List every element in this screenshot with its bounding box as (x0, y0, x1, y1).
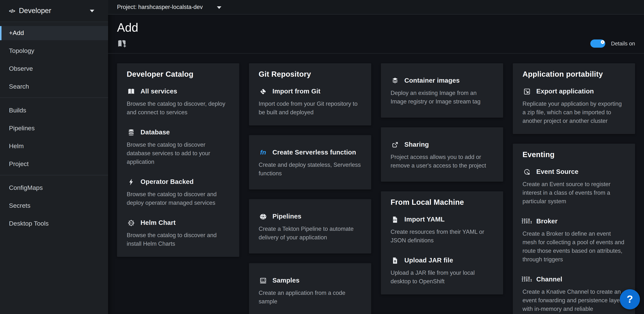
help-button[interactable]: ? (620, 289, 640, 309)
item-label: Export application (536, 87, 594, 95)
add-item-import-yaml[interactable]: Import YAMLCreate resources from their Y… (390, 216, 494, 245)
card-column-3: Container imagesDeploy an existing Image… (381, 63, 503, 295)
item-description: Browse the catalog to discover and insta… (127, 231, 230, 248)
item-label: Samples (272, 277, 300, 285)
perspective-switcher[interactable]: </> Developer (0, 0, 108, 22)
sidebar-item-desktop-tools[interactable]: Desktop Tools (0, 217, 108, 231)
database-icon (127, 129, 136, 136)
add-item-samples[interactable]: SamplesCreate an application from a code… (259, 277, 362, 306)
item-description: Browse the catalog to discover database … (127, 140, 230, 166)
serverless-fn-icon: fn (259, 149, 268, 156)
sidebar-item-topology[interactable]: Topology (0, 44, 108, 58)
details-toggle-group: Details on (590, 39, 635, 48)
item-description: Upload a JAR file from your local deskto… (390, 268, 494, 286)
samples-laptop-icon (259, 277, 268, 284)
card-git-repository: Git RepositoryImport from GitImport code… (249, 63, 371, 125)
add-item-create-serverless-function[interactable]: fnCreate Serverless functionCreate and d… (259, 149, 362, 178)
add-item-all-services[interactable]: All servicesBrowse the catalog to discov… (127, 87, 230, 116)
add-item-export-application[interactable]: Export applicationReplicate your applica… (522, 87, 625, 125)
card-sharing: SharingProject access allows you to add … (381, 127, 503, 182)
sidebar-item-project[interactable]: Project (0, 157, 108, 171)
item-description: Deploy an existing Image from an Image r… (390, 89, 494, 106)
lightning-bolt-icon (127, 178, 136, 186)
card-pipelines: PipelinesCreate a Tekton Pipeline to aut… (249, 199, 371, 254)
card-title: Eventing (522, 150, 625, 159)
item-label: Create Serverless function (272, 149, 356, 156)
card-create-serverless-function: fnCreate Serverless functionCreate and d… (249, 135, 371, 190)
item-label: Database (140, 128, 170, 136)
item-description: Browse the catalog to discover and deplo… (127, 190, 230, 207)
details-toggle-switch[interactable] (590, 39, 605, 48)
app-root: </> Developer +AddTopologyObserveSearchB… (0, 0, 644, 314)
project-selector[interactable]: Project: harshcasper-localsta-dev (117, 4, 222, 10)
item-label: Channel (536, 276, 562, 283)
open-book-icon (127, 88, 136, 95)
card-title: Application portability (522, 70, 625, 78)
sidebar: </> Developer +AddTopologyObserveSearchB… (0, 0, 108, 314)
card-title: Git Repository (259, 70, 362, 78)
add-item-channel[interactable]: IOIOIIOIIChannelCreate a Knative Channel… (522, 276, 625, 313)
item-description: Replicate your application by exporting … (522, 99, 625, 125)
item-label: Pipelines (272, 213, 302, 220)
chevron-down-icon (217, 6, 222, 9)
add-item-broker[interactable]: IOIOIIOIIBrokerCreate a Broker to define… (522, 217, 625, 264)
add-item-operator-backed[interactable]: Operator BackedBrowse the catalog to dis… (127, 178, 230, 207)
card-developer-catalog: Developer CatalogAll servicesBrowse the … (117, 63, 239, 257)
item-label: Import YAML (404, 216, 444, 223)
add-cards-grid: Developer CatalogAll servicesBrowse the … (108, 54, 644, 314)
item-description: Create a Tekton Pipeline to automate del… (259, 225, 362, 242)
main-pane: Project: harshcasper-localsta-dev Add De… (108, 0, 644, 314)
add-item-import-from-git[interactable]: Import from GitImport code from your Git… (259, 87, 362, 116)
sidebar-item-builds[interactable]: Builds (0, 103, 108, 118)
item-description: Create resources from their YAML or JSON… (390, 228, 494, 245)
event-source-icon (522, 168, 532, 176)
chevron-down-icon (90, 9, 94, 12)
add-item-database[interactable]: DatabaseBrowse the catalog to discover d… (127, 128, 230, 166)
item-label: Sharing (404, 141, 429, 149)
card-container-images: Container imagesDeploy an existing Image… (381, 63, 503, 118)
item-description: Create and deploy stateless, Serverless … (259, 160, 362, 178)
card-eventing: EventingEvent SourceCreate an Event sour… (513, 144, 635, 314)
card-column-2: Git RepositoryImport from GitImport code… (249, 63, 371, 314)
card-title: From Local Machine (390, 198, 494, 207)
item-label: Helm Chart (140, 219, 176, 227)
item-description: Create a Knative Channel to create an ev… (522, 287, 625, 313)
item-label: Upload JAR file (404, 257, 453, 264)
sidebar-divider (0, 175, 108, 175)
item-label: All services (140, 87, 177, 95)
quickstarts-book-plus-icon[interactable] (117, 39, 127, 48)
channel-binary-icon: IOIOIIOII (522, 277, 532, 282)
sidebar-item-secrets[interactable]: Secrets (0, 199, 108, 213)
add-item-pipelines[interactable]: PipelinesCreate a Tekton Pipeline to aut… (259, 213, 362, 242)
svg-text:HELM: HELM (129, 222, 134, 224)
broker-binary-icon: IOIOIIOII (522, 219, 532, 224)
sidebar-item-configmaps[interactable]: ConfigMaps (0, 181, 108, 195)
item-description: Create an application from a code sample (259, 289, 362, 306)
file-code-icon (390, 216, 400, 223)
project-bar: Project: harshcasper-localsta-dev (108, 0, 644, 14)
add-item-sharing[interactable]: SharingProject access allows you to add … (390, 141, 494, 170)
sidebar-item-observe[interactable]: Observe (0, 62, 108, 76)
card-column-1: Developer CatalogAll servicesBrowse the … (117, 63, 239, 257)
sidebar-item-search[interactable]: Search (0, 80, 108, 94)
card-samples: SamplesCreate an application from a code… (249, 263, 371, 314)
item-label: Operator Backed (140, 178, 194, 186)
item-description: Import code from your Git repository to … (259, 99, 362, 116)
page-header: Add Details on (108, 14, 644, 54)
helm-wheel-icon: HELM (127, 219, 136, 227)
sidebar-item-add[interactable]: +Add (0, 26, 108, 40)
share-icon (390, 141, 400, 148)
perspective-label: Developer (19, 7, 90, 15)
item-label: Broker (536, 217, 558, 225)
add-item-upload-jar-file[interactable]: Upload JAR fileUpload a JAR file from yo… (390, 257, 494, 286)
add-item-container-images[interactable]: Container imagesDeploy an existing Image… (390, 77, 494, 106)
sidebar-nav: +AddTopologyObserveSearchBuildsPipelines… (0, 22, 108, 231)
sidebar-item-pipelines[interactable]: Pipelines (0, 121, 108, 135)
export-icon (522, 88, 532, 95)
project-selector-label: Project: harshcasper-localsta-dev (117, 4, 203, 10)
sidebar-item-helm[interactable]: Helm (0, 139, 108, 153)
add-item-helm-chart[interactable]: HELMHelm ChartBrowse the catalog to disc… (127, 219, 230, 248)
add-item-event-source[interactable]: Event SourceCreate an Event source to re… (522, 168, 625, 206)
item-label: Container images (404, 77, 460, 84)
item-description: Create a Broker to define an event mesh … (522, 229, 625, 264)
